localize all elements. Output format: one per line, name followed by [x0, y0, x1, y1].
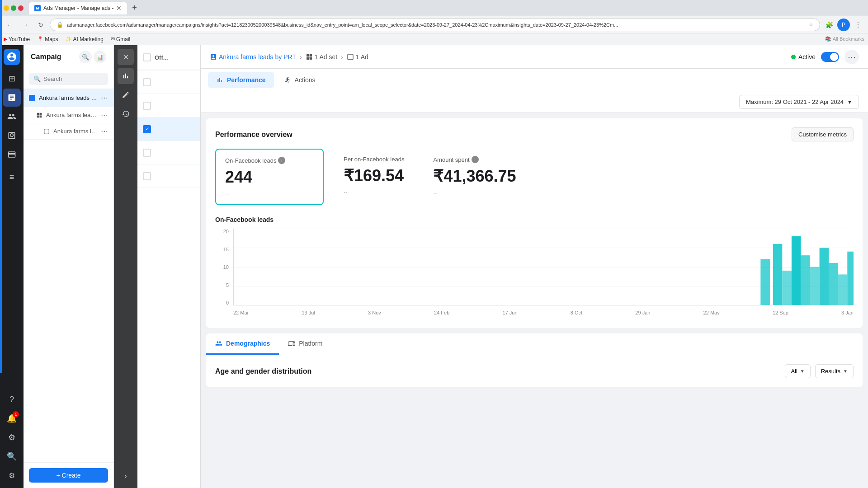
row-checkbox-5[interactable]: [143, 172, 151, 180]
bookmark-ai-marketing[interactable]: ✨ AI Marketing: [66, 36, 104, 42]
browser-minimize[interactable]: [4, 5, 9, 11]
svg-rect-5: [307, 54, 309, 56]
campaign-search-input[interactable]: [43, 75, 119, 82]
row-checkbox-3[interactable]: ✓: [143, 125, 151, 133]
sidebar-icon-settings[interactable]: ⚙: [3, 428, 21, 446]
metric-value-per-leads: ₹169.54: [344, 166, 404, 185]
campaign-item-label: Ankura farms leads by PRT: [39, 94, 97, 101]
info-icon-amount[interactable]: i: [472, 156, 479, 163]
create-btn-area: + Create: [24, 462, 113, 488]
breadcrumb-campaign[interactable]: Ankura farms leads by PRT: [210, 53, 296, 61]
table-row-1[interactable]: [137, 70, 200, 94]
sidebar-icon-search[interactable]: 🔍: [3, 447, 21, 465]
url-text: adsmanager.facebook.com/adsmanager/manag…: [67, 22, 805, 28]
campaign-more-icon[interactable]: ⋯: [101, 94, 108, 102]
overlay-edit-btn[interactable]: [118, 87, 134, 103]
sidebar-icon-help[interactable]: ?: [3, 390, 21, 408]
tab-platform[interactable]: Platform: [279, 333, 331, 355]
campaign-panel-header: Campaig 🔍 📊: [24, 45, 113, 69]
table-row-3-selected[interactable]: ✓: [137, 117, 200, 141]
svg-rect-12: [782, 271, 792, 305]
nav-reload[interactable]: ↻: [34, 19, 47, 31]
table-row-5[interactable]: [137, 164, 200, 188]
more-options-btn[interactable]: ⋯: [844, 50, 859, 64]
row-checkbox-2[interactable]: [143, 102, 151, 110]
panel-search-icon[interactable]: 🔍: [79, 51, 92, 63]
date-range-label: Maximum: 29 Oct 2021 - 22 Apr 2024: [746, 99, 844, 105]
svg-rect-19: [847, 252, 854, 305]
ad-more-icon[interactable]: ⋯: [101, 127, 108, 136]
metric-sub-amount: --: [433, 189, 516, 196]
filter-dropdown-all[interactable]: All ▼: [785, 364, 810, 378]
extensions-area: 🧩 P ⋮: [823, 19, 864, 31]
sidebar-icon-catalog[interactable]: [3, 127, 21, 145]
svg-rect-1: [40, 113, 42, 115]
ad-item-label: Ankura farms leads by PRT: [53, 128, 97, 135]
sidebar-icon-menu[interactable]: ≡: [3, 168, 21, 186]
metric-card-amount: Amount spent i ₹41,366.75 --: [424, 149, 525, 205]
meta-logo[interactable]: [4, 49, 20, 65]
bookmark-youtube[interactable]: ▶ YouTube: [4, 36, 30, 42]
sidebar-icon-audiences[interactable]: [3, 108, 21, 126]
browser-maximize[interactable]: [11, 5, 16, 11]
customise-metrics-btn[interactable]: Customise metrics: [792, 127, 854, 141]
age-gender-section: Age and gender distribution All ▼ Result…: [206, 355, 863, 387]
menu-dots[interactable]: ⋮: [852, 19, 864, 31]
overlay-expand-btn[interactable]: ›: [118, 468, 134, 484]
sidebar-icon-grid[interactable]: ⊞: [3, 70, 21, 88]
svg-rect-3: [40, 115, 42, 117]
address-bar[interactable]: 🔒 adsmanager.facebook.com/adsmanager/man…: [50, 19, 820, 31]
chart-title: On-Facebook leads: [215, 216, 854, 223]
tab-actions[interactable]: Actions: [276, 72, 324, 88]
bookmark-gmail[interactable]: ✉ Gmail: [111, 36, 130, 42]
bookmark-icon[interactable]: ☆: [809, 22, 813, 28]
row-checkbox-4[interactable]: [143, 149, 151, 157]
new-tab-btn[interactable]: +: [129, 3, 140, 14]
date-range-btn[interactable]: Maximum: 29 Oct 2021 - 22 Apr 2024 ▼: [739, 95, 859, 109]
svg-rect-15: [810, 267, 820, 305]
header-checkbox[interactable]: [143, 53, 151, 61]
sidebar-icon-billing[interactable]: [3, 145, 21, 164]
chart-svg: [234, 229, 854, 305]
overlay-history-btn[interactable]: [118, 106, 134, 122]
adset-more-icon[interactable]: ⋯: [101, 111, 108, 119]
sidebar-icon-notifications[interactable]: 🔔 1: [3, 409, 21, 427]
filter-dropdown-results[interactable]: Results ▼: [815, 364, 854, 378]
breadcrumb-adset[interactable]: 1 Ad set: [306, 53, 338, 61]
overlay-chart-btn[interactable]: [118, 68, 134, 84]
tab-performance[interactable]: Performance: [208, 72, 274, 88]
search-icon: 🔍: [33, 75, 41, 82]
breadcrumb-ad[interactable]: 1 Ad: [347, 53, 368, 61]
row-checkbox-1[interactable]: [143, 78, 151, 86]
bookmarks-separator: 📚 All Bookmarks: [825, 36, 864, 42]
age-gender-title: Age and gender distribution: [215, 367, 311, 375]
info-icon-leads[interactable]: i: [278, 157, 285, 164]
browser-tab[interactable]: M Ads Manager - Manage ads - ✕: [29, 2, 127, 14]
profile-btn[interactable]: P: [837, 19, 850, 31]
chart-section: On-Facebook leads 20 15 10 5 0: [215, 216, 854, 319]
bookmark-maps[interactable]: 📍 Maps: [37, 36, 58, 42]
breadcrumb: Ankura farms leads by PRT › 1 Ad set › 1…: [210, 53, 368, 61]
ad-item[interactable]: Ankura farms leads by PRT ⋯: [24, 123, 113, 140]
table-row-4[interactable]: [137, 141, 200, 164]
browser-close[interactable]: [18, 5, 24, 11]
notification-badge: 1: [13, 411, 19, 418]
tab-close-icon[interactable]: ✕: [116, 5, 122, 12]
toggle-switch[interactable]: [821, 52, 839, 62]
overlay-close-btn[interactable]: ✕: [118, 49, 134, 65]
nav-back[interactable]: ←: [4, 19, 16, 31]
overlay-panel: ✕ ›: [114, 45, 137, 488]
campaign-item-main[interactable]: Ankura farms leads by PRT ⋯: [24, 89, 113, 107]
sidebar-icon-admin[interactable]: ⚙: [3, 466, 21, 484]
sidebar-icon-campaigns[interactable]: [3, 89, 21, 107]
browser-chrome: M Ads Manager - Manage ads - ✕ +: [0, 0, 868, 16]
extension-btn[interactable]: 🧩: [823, 19, 835, 31]
svg-rect-6: [309, 54, 311, 56]
adset-item[interactable]: Ankura farms leads by PRT ⋯: [24, 107, 113, 123]
panel-chart-icon[interactable]: 📊: [94, 51, 106, 63]
tab-demographics[interactable]: Demographics: [206, 333, 279, 355]
nav-forward[interactable]: →: [19, 19, 32, 31]
create-button[interactable]: + Create: [29, 468, 108, 483]
metric-sub-leads: --: [225, 190, 314, 197]
table-row-2[interactable]: [137, 94, 200, 117]
